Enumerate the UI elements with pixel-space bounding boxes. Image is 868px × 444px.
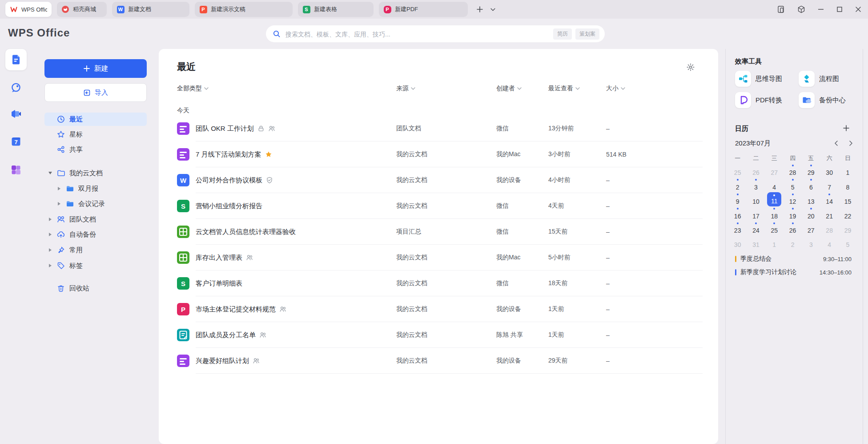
calendar-day[interactable]: 28 xyxy=(784,163,802,178)
sidebar-item-auto-backup[interactable]: 自动备份 xyxy=(44,228,147,241)
list-settings-gear-icon[interactable] xyxy=(686,63,695,72)
calendar-day[interactable]: 4 xyxy=(765,178,784,192)
calendar-day[interactable]: 5 xyxy=(784,178,802,192)
calendar-day[interactable]: 29 xyxy=(802,163,820,178)
close-button[interactable] xyxy=(855,6,862,13)
calendar-day[interactable]: 29 xyxy=(839,221,857,235)
calendar-day[interactable]: 5 xyxy=(839,235,857,250)
sidebar-item-shared[interactable]: 共享 xyxy=(44,143,147,156)
file-row[interactable]: S 营销小组业绩分析报告 我的云文档 微信 4天前 – xyxy=(159,193,718,219)
global-search-bar[interactable]: 简历 策划案 xyxy=(266,25,605,42)
maximize-button[interactable] xyxy=(836,6,843,13)
rail-apps-icon[interactable] xyxy=(5,159,27,181)
calendar-day[interactable]: 1 xyxy=(765,235,784,250)
calendar-day[interactable]: 9 xyxy=(728,192,747,206)
expand-caret-icon[interactable] xyxy=(48,248,52,252)
calendar-day[interactable]: 19 xyxy=(784,206,802,221)
file-row[interactable]: P 市场主体登记提交材料规范 我的云文档 我的设备 1天前 – xyxy=(159,296,718,322)
calendar-day[interactable]: 31 xyxy=(747,235,765,250)
search-input[interactable] xyxy=(285,25,535,43)
calendar-day[interactable]: 28 xyxy=(820,221,838,235)
tab-docer-store[interactable]: 稻壳商城 xyxy=(57,2,107,17)
tab-new-spreadsheet[interactable]: S 新建表格 xyxy=(298,2,374,17)
tab-list-dropdown[interactable] xyxy=(487,2,498,17)
sidebar-item-starred[interactable]: 星标 xyxy=(44,128,147,141)
calendar-day[interactable]: 8 xyxy=(839,178,857,192)
calendar-day[interactable]: 10 xyxy=(747,192,765,206)
sidebar-item-frequent[interactable]: 常用 xyxy=(44,243,147,257)
file-row[interactable]: S 客户订单明细表 我的云文档 微信 18天前 – xyxy=(159,270,718,296)
calendar-day[interactable]: 26 xyxy=(784,221,802,235)
calendar-day[interactable]: 22 xyxy=(839,206,857,221)
calendar-event[interactable]: 新季度学习计划讨论 14:30–16:00 xyxy=(735,268,852,277)
filter-last-viewed[interactable]: 最近查看 xyxy=(548,85,580,93)
tab-new-pdf[interactable]: P 新建PDF xyxy=(379,2,468,17)
expand-caret-icon[interactable] xyxy=(57,202,61,206)
filter-source[interactable]: 来源 xyxy=(396,85,415,93)
calendar-day[interactable]: 12 xyxy=(784,192,802,206)
calendar-day[interactable]: 3 xyxy=(747,178,765,192)
calendar-day[interactable]: 25 xyxy=(728,163,747,178)
file-row[interactable]: 库存出入管理表 我的云文档 我的Mac 5小时前 – xyxy=(159,245,718,270)
sidebar-item-trash[interactable]: 回收站 xyxy=(44,282,147,295)
tool-flowchart[interactable]: 流程图 xyxy=(799,71,839,87)
tab-wps-home[interactable]: WPS Office xyxy=(5,2,52,17)
calendar-day[interactable]: 27 xyxy=(802,221,820,235)
minimize-button[interactable] xyxy=(817,6,824,13)
expand-caret-icon[interactable] xyxy=(48,232,52,237)
calendar-day[interactable]: 27 xyxy=(765,163,784,178)
rail-meeting-icon[interactable] xyxy=(5,103,27,125)
file-row[interactable]: 7 月线下活动策划方案 我的云文档 我的Mac 3小时前 514 KB xyxy=(159,141,718,167)
filter-creator[interactable]: 创建者 xyxy=(496,85,522,93)
calendar-day[interactable]: 15 xyxy=(839,192,857,206)
calendar-next-icon[interactable] xyxy=(848,140,854,146)
expand-caret-icon[interactable] xyxy=(57,186,61,191)
file-row[interactable]: 兴趣爱好组队计划 我的云文档 我的设备 29天前 – xyxy=(159,348,718,374)
mobile-connect-icon[interactable] xyxy=(776,5,785,14)
calendar-day[interactable]: 14 xyxy=(820,192,838,206)
sidebar-item-tags[interactable]: 标签 xyxy=(44,259,147,272)
search-tag-proposal[interactable]: 策划案 xyxy=(575,28,599,40)
calendar-day[interactable]: 24 xyxy=(747,221,765,235)
filter-all-types[interactable]: 全部类型 xyxy=(177,85,209,93)
collapse-caret-icon[interactable] xyxy=(48,171,52,175)
calendar-day[interactable]: 16 xyxy=(728,206,747,221)
filter-size[interactable]: 大小 xyxy=(606,85,625,93)
file-row[interactable]: W 公司对外合作协议模板 我的云文档 我的设备 4小时前 – xyxy=(159,167,718,193)
calendar-day[interactable]: 17 xyxy=(747,206,765,221)
new-tab-button[interactable] xyxy=(472,2,487,17)
calendar-day[interactable]: 30 xyxy=(728,235,747,250)
workspace-cube-icon[interactable] xyxy=(797,5,806,14)
tab-new-document[interactable]: W 新建文档 xyxy=(112,2,189,17)
calendar-day[interactable]: 4 xyxy=(820,235,838,250)
calendar-day[interactable]: 2 xyxy=(728,178,747,192)
calendar-day[interactable]: 21 xyxy=(820,206,838,221)
calendar-day[interactable]: 26 xyxy=(747,163,765,178)
rail-calendar-icon[interactable]: 7 xyxy=(5,131,27,152)
calendar-day[interactable]: 23 xyxy=(728,221,747,235)
sidebar-item-team-docs[interactable]: 团队文档 xyxy=(44,213,147,226)
file-row[interactable]: 云文档管人员信息统计表理器验收 项目汇总 微信 15天前 – xyxy=(159,219,718,245)
sidebar-item-my-cloud-docs[interactable]: 我的云文档 xyxy=(44,166,147,180)
calendar-day[interactable]: 18 xyxy=(765,206,784,221)
tool-backup-center[interactable]: 备份中心 xyxy=(799,92,846,108)
calendar-event[interactable]: 季度总结会 9:30–11:00 xyxy=(735,254,852,263)
rail-documents-icon[interactable] xyxy=(5,49,27,70)
expand-caret-icon[interactable] xyxy=(48,217,52,222)
import-button[interactable]: 导入 xyxy=(44,83,147,102)
calendar-day[interactable]: 20 xyxy=(802,206,820,221)
calendar-day[interactable]: 2 xyxy=(784,235,802,250)
sidebar-item-bimonthly-report[interactable]: 双月报 xyxy=(44,182,147,195)
file-row[interactable]: 团队 OKR 工作计划 团队文档 微信 13分钟前 – xyxy=(159,116,718,141)
calendar-day[interactable]: 11 xyxy=(767,192,781,206)
sidebar-item-meeting-notes[interactable]: 会议记录 xyxy=(44,197,147,210)
file-row[interactable]: 团队成员及分工名单 我的云文档 陈旭 共享 1天前 – xyxy=(159,322,718,348)
calendar-day[interactable]: 1 xyxy=(839,163,857,178)
calendar-day[interactable]: 7 xyxy=(820,178,838,192)
new-document-button[interactable]: 新建 xyxy=(44,59,147,78)
calendar-day[interactable]: 25 xyxy=(765,221,784,235)
tool-pdf-convert[interactable]: PDF转换 xyxy=(735,92,782,108)
calendar-day[interactable]: 13 xyxy=(802,192,820,206)
tool-mind-map[interactable]: 思维导图 xyxy=(735,71,782,87)
calendar-day[interactable]: 30 xyxy=(820,163,838,178)
